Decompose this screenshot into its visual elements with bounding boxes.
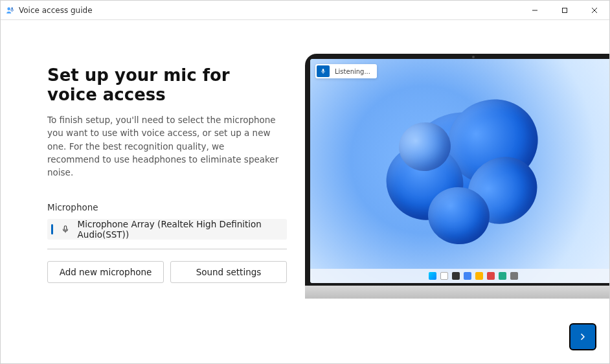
close-icon: [591, 7, 598, 14]
windows-wallpaper: [310, 59, 609, 283]
svg-rect-1: [12, 7, 13, 10]
next-button[interactable]: [569, 323, 596, 350]
voice-access-guide-window: Voice access guide Set up your mic for v…: [0, 0, 610, 364]
window-controls: [520, 1, 609, 20]
close-button[interactable]: [580, 1, 609, 20]
laptop-graphic: Listening...: [305, 54, 609, 306]
page-description: To finish setup, you'll need to select t…: [47, 113, 279, 179]
taskbar-app-icon: [510, 272, 518, 280]
app-icon: [6, 6, 15, 15]
laptop-shell: Listening...: [305, 54, 609, 288]
svg-rect-3: [563, 8, 567, 12]
sound-settings-label: Sound settings: [196, 267, 262, 277]
add-microphone-button[interactable]: Add new microphone: [47, 261, 164, 283]
taskbar-app-icon: [475, 272, 483, 280]
taskbar-app-icon: [499, 272, 506, 280]
add-microphone-label: Add new microphone: [60, 267, 152, 277]
window-title: Voice access guide: [19, 6, 93, 15]
selected-microphone-name: Microphone Array (Realtek High Definitio…: [78, 219, 283, 240]
maximize-icon: [561, 7, 568, 14]
voice-access-mic-icon: [317, 65, 330, 77]
voice-access-status-text: Listening...: [335, 68, 370, 75]
maximize-button[interactable]: [550, 1, 580, 20]
titlebar-left: Voice access guide: [6, 6, 93, 15]
page-heading: Set up your mic for voice access: [47, 65, 279, 104]
preview-illustration: Listening...: [305, 54, 609, 306]
separator: [47, 249, 287, 249]
titlebar: Voice access guide: [1, 1, 609, 20]
svg-rect-6: [64, 226, 67, 230]
laptop-base: [305, 286, 609, 299]
microphone-select[interactable]: Microphone Array (Realtek High Definitio…: [47, 219, 287, 240]
content-area: Set up your mic for voice access To fini…: [1, 20, 609, 363]
minimize-icon: [532, 7, 538, 14]
taskbar-app-icon: [487, 272, 495, 280]
laptop-camera: [472, 56, 475, 58]
selection-accent-bar: [51, 224, 53, 234]
microphone-label: Microphone: [47, 202, 279, 212]
windows-bloom-graphic: [370, 87, 564, 255]
svg-point-0: [7, 7, 10, 10]
setup-panel: Set up your mic for voice access To fini…: [1, 20, 299, 363]
minimize-button[interactable]: [520, 1, 550, 20]
button-row: Add new microphone Sound settings: [47, 261, 287, 283]
taskbar: [310, 269, 609, 283]
svg-rect-8: [322, 69, 324, 72]
voice-access-bar: Listening...: [315, 64, 377, 78]
microphone-icon: [61, 225, 70, 234]
chevron-right-icon: [578, 332, 588, 342]
taskbar-app-icon: [464, 272, 471, 280]
start-icon: [429, 272, 436, 280]
taskbar-app-icon: [452, 272, 460, 280]
sound-settings-button[interactable]: Sound settings: [170, 261, 287, 283]
laptop-screen: Listening...: [310, 59, 609, 283]
search-icon: [440, 272, 448, 280]
